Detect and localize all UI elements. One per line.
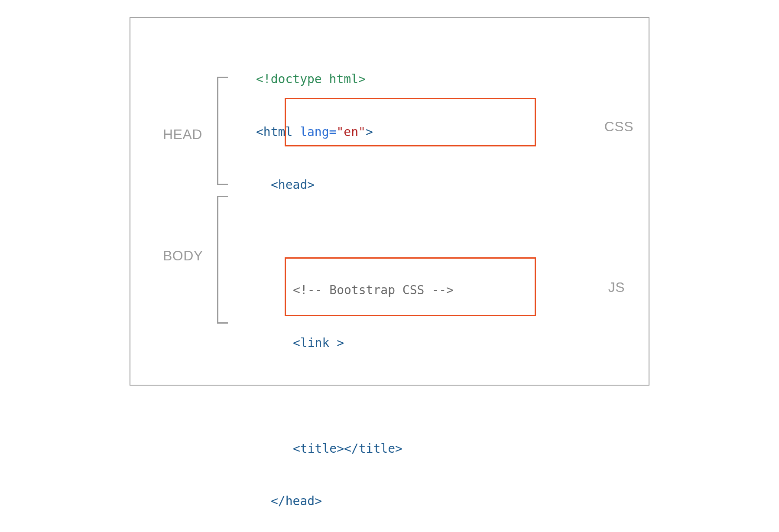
html-open-close: > [366, 125, 373, 139]
diagram-container: HEAD BODY CSS JS <!doctype html> <html l… [130, 17, 649, 386]
doctype-tag: <!doctype html> [256, 72, 366, 86]
head-bracket-icon [217, 77, 228, 185]
html-open-tag: <html [256, 125, 292, 139]
body-bracket-icon [217, 196, 228, 324]
html-lang-value: "en" [336, 125, 365, 139]
css-label: CSS [604, 119, 633, 135]
head-section-label: HEAD [163, 127, 202, 143]
head-open-tag: <head> [271, 178, 315, 192]
head-close-tag: </head> [271, 494, 322, 508]
html-lang-attr: lang= [292, 125, 336, 139]
code-block: <!doctype html> <html lang="en"> <head> … [256, 36, 497, 532]
link-tag: <link > [293, 336, 344, 350]
js-label: JS [608, 279, 625, 295]
title-tag: <title></title> [293, 441, 402, 456]
body-section-label: BODY [163, 248, 203, 264]
bootstrap-css-comment: <!-- Bootstrap CSS --> [293, 283, 454, 297]
